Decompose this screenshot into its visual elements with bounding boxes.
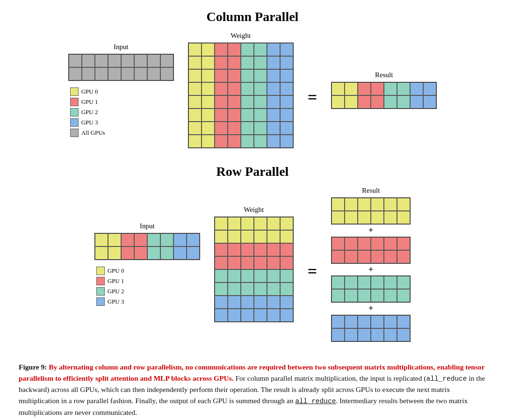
col-parallel-weight-label: Weight — [231, 32, 251, 40]
col-parallel-input-grid — [68, 54, 174, 81]
rp-legend-gpu0: GPU 0 — [96, 267, 124, 275]
rp-legend-gpu0-label: GPU 0 — [108, 267, 124, 275]
rp-legend-gpu1: GPU 1 — [96, 277, 124, 285]
legend-gpu2: GPU 2 — [70, 108, 105, 116]
rp-legend-gpu1-box — [96, 277, 105, 285]
rp-plus-1: + — [368, 225, 373, 236]
col-parallel-input-label: Input — [114, 43, 129, 51]
figure-label: Figure 9: — [19, 363, 47, 371]
rp-legend-gpu3: GPU 3 — [96, 297, 124, 306]
rp-result-gpu2 — [331, 275, 411, 303]
rp-legend-gpu2-label: GPU 2 — [108, 288, 124, 295]
legend-gpu2-label: GPU 2 — [81, 109, 98, 116]
row-parallel-weight-grid — [214, 217, 294, 322]
column-parallel-title: Column Parallel — [68, 9, 437, 24]
figure-caption: Figure 9: By alternating column and row … — [19, 362, 486, 418]
rp-legend-gpu3-box — [96, 297, 105, 306]
rp-plus-2: + — [368, 265, 373, 275]
col-parallel-result-col: Result — [331, 71, 437, 109]
row-parallel-result-col: Result + + — [331, 187, 411, 342]
legend-gpu0: GPU 0 — [70, 87, 105, 96]
row-parallel-equals: = — [308, 261, 317, 281]
legend-gpu2-box — [70, 108, 79, 116]
col-parallel-legend: GPU 0 GPU 1 GPU 2 GPU 3 — [70, 87, 105, 137]
legend-all-gpus-label: All GPUs — [81, 129, 105, 137]
column-parallel-diagram: Input GPU 0 — [68, 32, 437, 148]
col-parallel-result-label: Result — [375, 71, 393, 79]
legend-gpu0-label: GPU 0 — [81, 88, 98, 95]
legend-all-gpus-box — [70, 129, 79, 137]
col-parallel-input-col: Input — [68, 43, 174, 81]
col-parallel-result-grid — [331, 82, 437, 109]
row-parallel-input-label: Input — [140, 222, 155, 230]
col-parallel-weight-grid — [188, 43, 294, 148]
row-parallel-input-grid — [94, 233, 200, 260]
row-parallel-diagram: Input GPU 0 GPU 1 — [94, 187, 411, 342]
row-parallel-result-stack: + + + — [331, 197, 411, 342]
col-parallel-equals: = — [308, 87, 317, 107]
row-parallel-section: Row Parallel Input GPU 0 — [94, 164, 411, 347]
rp-result-gpu1 — [331, 237, 411, 264]
legend-gpu1-box — [70, 98, 79, 106]
row-parallel-input-col: Input — [94, 222, 200, 260]
rp-legend-gpu3-label: GPU 3 — [108, 298, 124, 305]
legend-gpu1: GPU 1 — [70, 98, 105, 106]
legend-gpu3-box — [70, 118, 79, 127]
rp-plus-3: + — [368, 304, 373, 314]
legend-gpu3: GPU 3 — [70, 118, 105, 127]
column-parallel-section: Column Parallel Input — [68, 9, 437, 153]
rp-legend-gpu1-label: GPU 1 — [108, 277, 124, 285]
rp-result-gpu3 — [331, 315, 411, 342]
row-parallel-title: Row Parallel — [94, 164, 411, 179]
row-parallel-legend: GPU 0 GPU 1 GPU 2 GPU 3 — [96, 267, 124, 306]
rp-legend-gpu0-box — [96, 267, 105, 275]
row-parallel-weight-col: Weight — [214, 206, 294, 322]
legend-gpu1-label: GPU 1 — [81, 98, 98, 106]
legend-gpu0-box — [70, 87, 79, 96]
rp-legend-gpu2: GPU 2 — [96, 287, 124, 296]
row-parallel-result-label: Result — [362, 187, 380, 195]
legend-gpu3-label: GPU 3 — [81, 119, 98, 126]
rp-legend-gpu2-box — [96, 287, 105, 296]
rp-result-gpu0 — [331, 197, 411, 224]
row-parallel-weight-label: Weight — [244, 206, 264, 214]
legend-all-gpus: All GPUs — [70, 129, 105, 137]
col-parallel-weight-col: Weight — [188, 32, 294, 148]
